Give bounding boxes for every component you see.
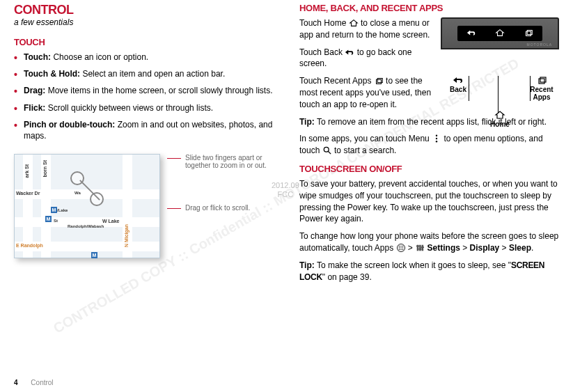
svg-point-13 [400,246,402,247]
paragraph-ts-sleep: To save your battery, prevent accidental… [299,178,559,225]
section-touch: TOUCH [14,37,278,47]
svg-point-9 [324,147,329,152]
page-number: 4 [14,379,18,386]
svg-point-12 [398,246,400,247]
home-icon [494,111,505,119]
section-home-back-recent: HOME, BACK, AND RECENT APPS [299,3,559,13]
touch-gesture-list: Touch: Choose an icon or option. Touch &… [14,52,278,141]
device-diagram: MOTOROLA Back Recent Apps [441,17,559,111]
footer-section: Control [31,379,53,386]
settings-icon [415,244,425,252]
callout-pinch: Slide two fingers apart or together to z… [167,154,278,169]
paragraph-menu: In some apps, you can touch Menu to open… [299,133,559,157]
svg-point-15 [398,247,400,249]
menu-icon [432,134,441,143]
home-icon [349,19,359,27]
svg-line-10 [328,151,331,154]
svg-point-6 [436,135,437,136]
paragraph-ts-timeout: To change how long your phone waits befo… [299,230,559,254]
recent-apps-icon [536,76,547,84]
apps-icon [396,244,406,252]
svg-point-20 [402,249,403,251]
recent-apps-icon [524,29,533,39]
svg-rect-22 [419,245,421,251]
back-icon [466,29,476,39]
map-illustration: Wacker Dr E Randolph W Lake born St ark … [14,154,160,258]
svg-point-8 [436,141,437,142]
list-item: Flick: Scroll quickly between views or t… [14,102,278,113]
svg-rect-5 [377,79,382,83]
tip-screen-lock: Tip: To make the screen lock when it goe… [299,260,559,283]
back-icon [345,48,354,56]
page-footer: 4 Control [14,379,54,386]
callout-drag: Drag or flick to scroll. [167,204,278,212]
svg-rect-24 [416,246,419,247]
list-item: Touch: Choose an icon or option. [14,52,278,63]
list-item: Pinch or double-touch: Zoom in and out o… [14,119,278,141]
home-icon [495,29,505,39]
list-item: Touch & Hold: Select an item and open an… [14,68,278,79]
search-icon [322,146,332,155]
svg-point-7 [436,138,437,139]
svg-point-16 [400,247,402,249]
svg-rect-2 [539,79,544,84]
page-title: CONTROL [14,3,278,17]
section-touchscreen-onoff: TOUCHSCREEN ON/OFF [299,164,559,174]
svg-rect-26 [421,246,424,248]
svg-rect-1 [527,30,532,34]
back-icon [453,76,464,84]
svg-rect-0 [526,31,531,36]
recent-apps-icon [374,77,384,85]
svg-rect-25 [419,249,422,250]
svg-rect-3 [540,77,546,82]
svg-point-17 [402,247,403,249]
page-subtitle: a few essentials [14,17,278,27]
svg-point-14 [402,246,403,247]
svg-point-18 [398,249,400,251]
list-item: Drag: Move items in the home screen, or … [14,85,278,96]
svg-rect-4 [376,79,381,84]
svg-point-19 [400,249,402,251]
